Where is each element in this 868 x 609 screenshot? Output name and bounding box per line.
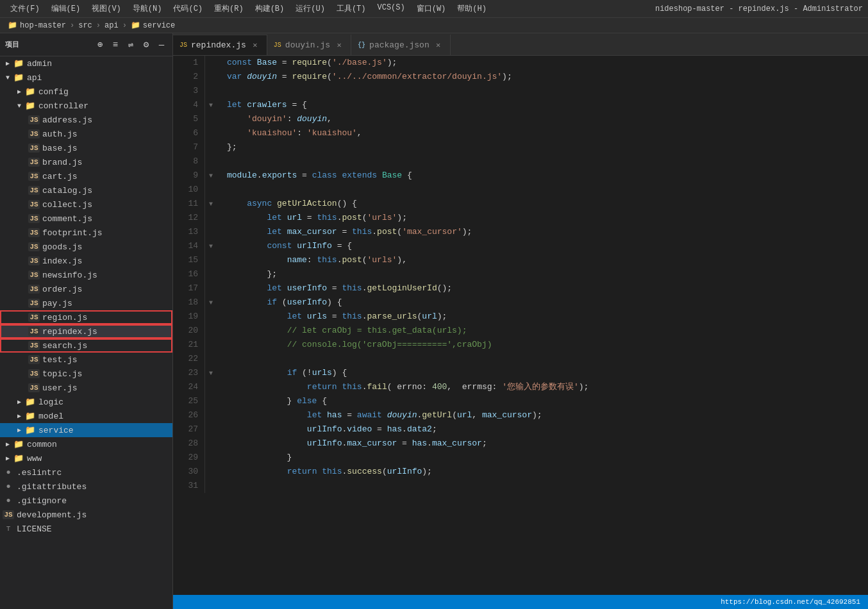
sidebar-item-repindex[interactable]: JS repindex.js bbox=[0, 324, 172, 338]
tree-label-search: search.js bbox=[42, 341, 87, 351]
tab-repindex[interactable]: JS repindex.js ✕ bbox=[173, 35, 267, 55]
tree-label-service: service bbox=[38, 426, 74, 435]
fold-9[interactable]: ▼ bbox=[205, 169, 217, 183]
sidebar-item-collect[interactable]: JS collect.js bbox=[0, 197, 172, 212]
tree-label-controller: controller bbox=[38, 101, 88, 111]
menu-run[interactable]: 运行(U) bbox=[290, 2, 330, 15]
sidebar-item-region[interactable]: JS region.js bbox=[0, 310, 172, 324]
menu-file[interactable]: 文件(F) bbox=[5, 2, 45, 15]
js-icon-test: JS bbox=[28, 355, 40, 364]
menu-edit[interactable]: 编辑(E) bbox=[46, 2, 86, 15]
sidebar-icon-minimize[interactable]: — bbox=[156, 39, 167, 51]
fold-14[interactable]: ▼ bbox=[205, 239, 217, 253]
code-line-4: let crawlers = { bbox=[227, 98, 868, 112]
sidebar-item-test[interactable]: JS test.js bbox=[0, 353, 172, 367]
sidebar-item-eslintrc[interactable]: ● .eslintrc bbox=[0, 465, 172, 480]
sidebar-item-config[interactable]: ▶ 📁 config bbox=[0, 85, 172, 99]
sidebar-item-admin[interactable]: ▶ 📁 admin bbox=[0, 56, 172, 71]
sidebar-item-catalog[interactable]: JS catalog.js bbox=[0, 183, 172, 197]
js-icon-comment: JS bbox=[28, 214, 40, 223]
breadcrumb: 📁 hop-master › src › api › 📁 service bbox=[0, 18, 868, 33]
tree-label-api: api bbox=[27, 73, 42, 83]
sidebar-item-www[interactable]: ▶ 📁 www bbox=[0, 451, 172, 465]
sidebar-item-service[interactable]: ▶ 📁 service bbox=[0, 423, 172, 437]
sidebar-item-base[interactable]: JS base.js bbox=[0, 141, 172, 155]
sidebar-item-goods[interactable]: JS goods.js bbox=[0, 240, 172, 254]
tab-icon-package: {} bbox=[358, 42, 365, 49]
fold-2 bbox=[205, 70, 217, 84]
tree-arrow-service: ▶ bbox=[14, 426, 24, 434]
tree-arrow-model: ▶ bbox=[14, 412, 24, 420]
tree-label-catalog: catalog.js bbox=[42, 186, 92, 196]
sidebar-item-brand[interactable]: JS brand.js bbox=[0, 155, 172, 169]
menu-vcs[interactable]: VCS(S) bbox=[372, 2, 410, 15]
sidebar-item-user[interactable]: JS user.js bbox=[0, 381, 172, 395]
sidebar-item-auth[interactable]: JS auth.js bbox=[0, 127, 172, 141]
menubar-items: 文件(F) 编辑(E) 视图(V) 导航(N) 代码(C) 重构(R) 构建(B… bbox=[5, 2, 492, 15]
tree-label-www: www bbox=[27, 454, 42, 463]
sidebar-item-gitattributes[interactable]: ● .gitattributes bbox=[0, 480, 172, 494]
breadcrumb-hop[interactable]: hop-master bbox=[20, 21, 66, 30]
sidebar-item-footprint[interactable]: JS footprint.js bbox=[0, 226, 172, 240]
fold-28 bbox=[205, 437, 217, 451]
menu-build[interactable]: 构建(B) bbox=[250, 2, 290, 15]
breadcrumb-api[interactable]: api bbox=[104, 21, 119, 30]
code-line-16: }; bbox=[227, 267, 868, 281]
sidebar-icon-list[interactable]: ≡ bbox=[110, 39, 121, 51]
line-num-29: 29 bbox=[173, 451, 198, 465]
dot-icon-gitattributes: ● bbox=[3, 482, 14, 491]
code-line-28: urlInfo.max_cursor = has.max_cursor; bbox=[227, 437, 868, 451]
menu-nav[interactable]: 导航(N) bbox=[128, 2, 167, 15]
sidebar-item-model[interactable]: ▶ 📁 model bbox=[0, 409, 172, 423]
sidebar-icon-sync[interactable]: ⇌ bbox=[125, 39, 137, 51]
fold-31 bbox=[205, 479, 217, 493]
sidebar-item-logic[interactable]: ▶ 📁 logic bbox=[0, 395, 172, 409]
fold-4[interactable]: ▼ bbox=[205, 98, 217, 112]
sidebar-item-development[interactable]: JS development.js bbox=[0, 508, 172, 522]
tab-label-package: package.json bbox=[369, 40, 430, 50]
code-line-29: } bbox=[227, 451, 868, 465]
sidebar-item-cart[interactable]: JS cart.js bbox=[0, 169, 172, 183]
sidebar-item-api[interactable]: ▼ 📁 api bbox=[0, 71, 172, 85]
code-content[interactable]: const Base = require('./base.js'); var d… bbox=[217, 56, 868, 595]
tab-package[interactable]: {} package.json ✕ bbox=[351, 35, 451, 55]
folder-icon-admin: 📁 bbox=[13, 58, 24, 69]
sidebar-item-index[interactable]: JS index.js bbox=[0, 254, 172, 268]
sidebar-item-gitignore[interactable]: ● .gitignore bbox=[0, 494, 172, 508]
sidebar-item-license[interactable]: T LICENSE bbox=[0, 522, 172, 536]
menu-help[interactable]: 帮助(H) bbox=[452, 2, 492, 15]
sidebar-item-controller[interactable]: ▼ 📁 controller bbox=[0, 99, 172, 113]
sidebar-item-address[interactable]: JS address.js bbox=[0, 113, 172, 127]
tab-close-repindex[interactable]: ✕ bbox=[250, 40, 260, 51]
menu-view[interactable]: 视图(V) bbox=[87, 2, 126, 15]
sidebar-item-order[interactable]: JS order.js bbox=[0, 282, 172, 296]
sidebar-item-newsinfo[interactable]: JS newsinfo.js bbox=[0, 268, 172, 282]
menu-tools[interactable]: 工具(T) bbox=[331, 2, 371, 15]
tree-label-pay: pay.js bbox=[42, 299, 72, 308]
text-icon-license: T bbox=[3, 525, 14, 533]
tree-label-comment: comment.js bbox=[42, 214, 92, 224]
sidebar-item-common[interactable]: ▶ 📁 common bbox=[0, 437, 172, 451]
sidebar-icon-settings[interactable]: ⚙ bbox=[140, 39, 152, 51]
fold-11[interactable]: ▼ bbox=[205, 197, 217, 211]
breadcrumb-service[interactable]: service bbox=[143, 21, 175, 30]
menu-code[interactable]: 代码(C) bbox=[168, 2, 208, 15]
menu-window[interactable]: 窗口(W) bbox=[412, 2, 451, 15]
sidebar-item-comment[interactable]: JS comment.js bbox=[0, 212, 172, 226]
sidebar-icon-add[interactable]: ⊕ bbox=[94, 39, 106, 51]
sidebar-item-topic[interactable]: JS topic.js bbox=[0, 367, 172, 381]
code-line-24: return this.fail( errno: 400, errmsg: '您… bbox=[227, 380, 868, 394]
tab-close-douyin[interactable]: ✕ bbox=[334, 40, 344, 50]
menu-refactor[interactable]: 重构(R) bbox=[209, 2, 249, 15]
tree-label-logic: logic bbox=[38, 397, 63, 407]
breadcrumb-src[interactable]: src bbox=[78, 21, 92, 30]
fold-18[interactable]: ▼ bbox=[205, 296, 217, 310]
tab-douyin[interactable]: JS douyin.js ✕ bbox=[267, 35, 351, 55]
tree-label-user: user.js bbox=[42, 383, 78, 393]
sidebar-item-pay[interactable]: JS pay.js bbox=[0, 296, 172, 310]
tab-close-package[interactable]: ✕ bbox=[433, 40, 444, 50]
sidebar-item-search[interactable]: JS search.js bbox=[0, 338, 172, 353]
code-line-30: return this.success(urlInfo); bbox=[227, 465, 868, 479]
fold-23[interactable]: ▼ bbox=[205, 366, 217, 380]
tree-label-goods: goods.js bbox=[42, 242, 82, 252]
